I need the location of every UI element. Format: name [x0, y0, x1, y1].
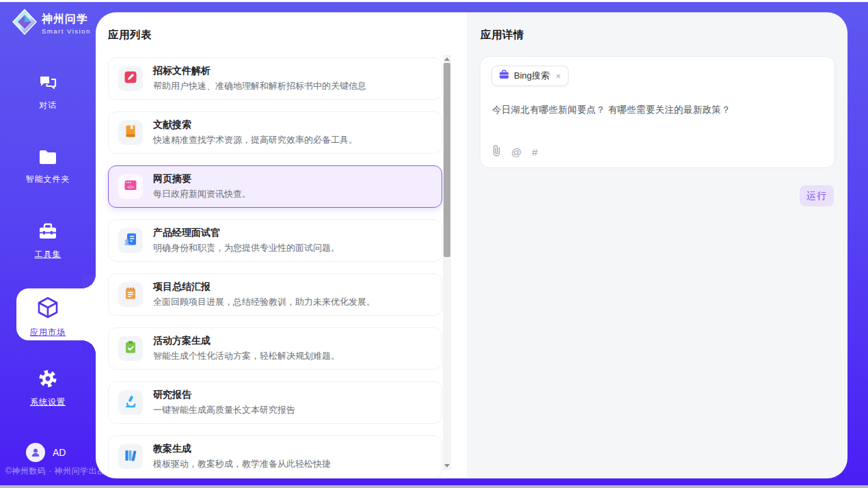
app-card-project-summary[interactable]: 项目总结汇报 全面回顾项目进展，总结经验教训，助力未来优化发展。	[108, 273, 442, 316]
app-card-research-report[interactable]: 研究报告 一键智能生成高质量长文本研究报告	[108, 381, 442, 424]
app-description: 帮助用户快速、准确地理解和解析招标书中的关键信息	[153, 80, 366, 92]
chat-icon	[38, 74, 57, 94]
app-card-tender-parse[interactable]: 招标文件解析 帮助用户快速、准确地理解和解析招标书中的关键信息	[108, 57, 442, 100]
briefcase-icon	[499, 70, 509, 82]
app-description: 明确身份和职责，为您提供专业性的面试问题。	[153, 242, 340, 254]
app-icon-tile	[118, 444, 143, 469]
app-card-pm-interviewer[interactable]: 产品经理面试官 明确身份和职责，为您提供专业性的面试问题。	[108, 219, 442, 262]
logo-title: 神州问学	[42, 12, 91, 27]
app-list-title: 应用列表	[108, 28, 152, 42]
clipboard-check-icon	[124, 340, 137, 357]
app-description: 智能生成个性化活动方案，轻松解决规划难题。	[153, 350, 340, 362]
app-icon-tile	[118, 336, 143, 361]
window-top-edge	[0, 0, 868, 2]
app-title: 项目总结汇报	[153, 281, 375, 293]
app-title: 产品经理面试官	[153, 227, 340, 239]
sidebar-item-label: 应用市场	[30, 327, 66, 338]
app-list-scrollbar[interactable]	[443, 55, 451, 470]
app-icon-tile: </>	[118, 174, 143, 199]
app-description: 快速精准查找学术资源，提高研究效率的必备工具。	[153, 134, 357, 146]
sidebar-item-label: 智能文件夹	[26, 174, 70, 185]
user-account[interactable]: AD	[26, 443, 66, 462]
scrollbar-thumb[interactable]	[444, 63, 450, 257]
app-card-web-summary[interactable]: </> 网页摘要 每日政府新闻资讯快查。	[108, 165, 442, 208]
sidebar-item-settings[interactable]: 系统设置	[0, 369, 96, 408]
book-icon	[124, 124, 137, 141]
app-icon-tile	[118, 66, 143, 91]
sidebar-item-label: 对话	[39, 100, 57, 111]
query-input-text[interactable]: 今日湖北有哪些新闻要点？ 有哪些需要关注的最新政策？	[492, 104, 731, 116]
copyright-footer: ©神州数码 · 神州问学出品	[5, 465, 106, 477]
sidebar-item-app-market[interactable]: 应用市场	[0, 297, 96, 338]
app-title: 招标文件解析	[153, 65, 366, 77]
notepad-icon	[124, 286, 137, 303]
toolbox-icon	[38, 223, 57, 243]
avatar	[26, 443, 45, 462]
window-bottom-edge	[0, 485, 868, 488]
scroll-down-arrow[interactable]	[444, 464, 450, 467]
app-detail-title: 应用详情	[480, 28, 524, 42]
pill-curve-top	[82, 275, 96, 288]
sidebar-item-label: 系统设置	[30, 396, 66, 408]
app-icon-tile	[118, 390, 143, 415]
app-card-lesson-plan[interactable]: 教案生成 模板驱动，教案秒成，教学准备从此轻松快捷	[108, 435, 442, 478]
resume-icon	[124, 232, 137, 249]
app-description: 一键智能生成高质量长文本研究报告	[153, 404, 295, 416]
sidebar-item-label: 工具集	[35, 249, 62, 260]
app-description: 模板驱动，教案秒成，教学准备从此轻松快捷	[153, 458, 331, 470]
pill-curve-bottom	[82, 340, 96, 354]
scroll-up-arrow[interactable]	[444, 57, 450, 61]
hashtag-icon[interactable]: #	[532, 146, 537, 158]
microscope-icon	[124, 394, 137, 411]
app-list-panel: 应用列表 招标文件解析 帮助用户快速、准确地理解和解析招标书中的关键信息	[96, 12, 467, 478]
browser-code-icon: </>	[124, 178, 137, 195]
tool-tag-bing-search[interactable]: Bing搜索 ×	[491, 66, 569, 86]
app-title: 文献搜索	[153, 119, 357, 131]
sidebar-item-smart-folder[interactable]: 智能文件夹	[0, 149, 96, 185]
app-card-activity-plan[interactable]: 活动方案生成 智能生成个性化活动方案，轻松解决规划难题。	[108, 327, 442, 370]
tool-tag-label: Bing搜索	[514, 70, 550, 82]
sidebar-item-toolbox[interactable]: 工具集	[0, 223, 96, 260]
cube-icon	[38, 297, 58, 321]
logo-subtitle: Smart Vision	[42, 27, 91, 35]
folder-icon	[38, 149, 57, 168]
app-logo: 神州问学 Smart Vision	[12, 9, 91, 38]
app-icon-tile	[118, 228, 143, 253]
close-icon[interactable]: ×	[554, 72, 561, 81]
sidebar: 神州问学 Smart Vision 对话 智能文件夹	[0, 0, 96, 488]
books-icon	[124, 448, 137, 465]
pen-square-icon	[124, 70, 137, 87]
run-button[interactable]: 运行	[800, 185, 834, 206]
app-title: 研究报告	[153, 389, 295, 401]
mention-icon[interactable]: @	[511, 146, 521, 158]
gear-icon	[38, 369, 57, 391]
app-list: 招标文件解析 帮助用户快速、准确地理解和解析招标书中的关键信息 文献搜索	[108, 57, 442, 478]
content-area: 应用列表 招标文件解析 帮助用户快速、准确地理解和解析招标书中的关键信息	[96, 12, 847, 478]
app-title: 教案生成	[153, 443, 331, 455]
app-description: 每日政府新闻资讯快查。	[153, 188, 251, 200]
user-name: AD	[53, 447, 66, 458]
app-icon-tile	[118, 120, 143, 145]
app-icon-tile	[118, 282, 143, 307]
sidebar-item-chat[interactable]: 对话	[0, 74, 96, 111]
paperclip-icon[interactable]	[492, 145, 501, 159]
app-description: 全面回顾项目进展，总结经验教训，助力未来优化发展。	[153, 296, 375, 308]
app-detail-panel: 应用详情 Bing搜索 × 今日湖北有哪些新闻要点？ 有哪些需要关注的最新政策？	[467, 12, 847, 478]
app-title: 活动方案生成	[153, 335, 340, 347]
app-card-literature-search[interactable]: 文献搜索 快速精准查找学术资源，提高研究效率的必备工具。	[108, 111, 442, 154]
logo-diamond-icon	[12, 9, 37, 38]
app-title: 网页摘要	[153, 173, 251, 185]
input-toolbar: @ #	[492, 145, 538, 159]
prompt-editor-card[interactable]: Bing搜索 × 今日湖北有哪些新闻要点？ 有哪些需要关注的最新政策？ @ #	[480, 56, 835, 168]
svg-text:</>: </>	[127, 185, 134, 189]
